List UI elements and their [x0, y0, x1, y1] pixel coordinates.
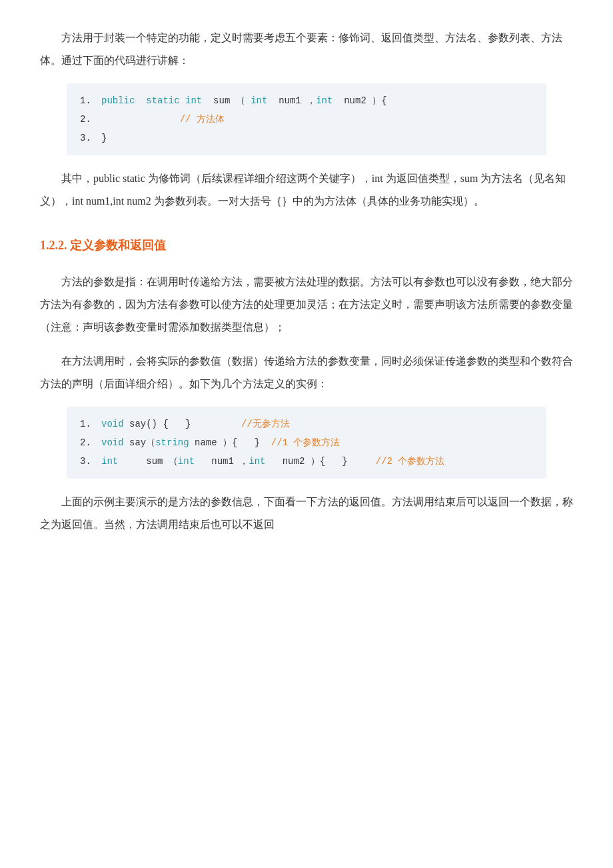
kw-int-b2: int	[101, 452, 118, 471]
kw-int-2: int	[251, 91, 267, 110]
sp-b2-6: num2 ）{ }	[266, 452, 376, 471]
method-name: sum	[213, 91, 230, 110]
section-paragraph-1: 方法的参数是指：在调用时传递给方法，需要被方法处理的数据。方法可以有参数也可以没…	[40, 271, 573, 338]
kw-int-b2-3: int	[249, 452, 265, 471]
sp-b2-1: say	[124, 415, 147, 433]
code-block-2: 1. void say () { } //无参方法 2. void say（ s…	[67, 407, 546, 479]
page-container: 方法用于封装一个特定的功能，定义时需要考虑五个要素：修饰词、返回值类型、方法名、…	[0, 0, 613, 575]
sp6: ，	[301, 91, 316, 110]
param-num1: num1	[279, 91, 301, 110]
intro-paragraph-1: 方法用于封装一个特定的功能，定义时需要考虑五个要素：修饰词、返回值类型、方法名、…	[40, 27, 573, 71]
kw-public: public	[101, 91, 135, 110]
closing-brace-1: }	[101, 129, 107, 147]
kw-int-3: int	[316, 91, 332, 110]
code-line-2: 2. // 方法体	[80, 110, 533, 129]
line-number-b2-2: 2.	[80, 433, 96, 452]
comment-method-body: // 方法体	[180, 110, 225, 129]
intro-paragraph-2: 其中，public static 为修饰词（后续课程详细介绍这两个关键字），in…	[40, 167, 573, 212]
comment-2-param: //2 个参数方法	[376, 452, 445, 471]
kw-static: static	[146, 91, 179, 110]
line-number-2: 2.	[80, 110, 96, 129]
section-title: 1.2.2. 定义参数和返回值	[40, 233, 573, 257]
section-paragraph-3: 上面的示例主要演示的是方法的参数信息，下面看一下方法的返回值。方法调用结束后可以…	[40, 491, 573, 535]
indent	[101, 110, 180, 129]
kw-int-b2-2: int	[178, 452, 195, 471]
line-number-b2-1: 1.	[80, 415, 96, 433]
param-num2: num2	[344, 91, 366, 110]
sp4: （	[230, 91, 251, 110]
sp3	[202, 91, 213, 110]
kw-int-1: int	[185, 91, 202, 110]
code-line-b2-3: 3. int sum （ int num1 ， int num2 ）{ } //…	[80, 452, 533, 471]
kw-string: string	[155, 433, 189, 452]
sp7	[332, 91, 344, 110]
section-paragraph-2: 在方法调用时，会将实际的参数值（数据）传递给方法的参数变量，同时必须保证传递参数…	[40, 350, 573, 395]
line-number-3: 3.	[80, 129, 96, 147]
sp-b2-2: say（	[124, 433, 156, 452]
parens-1: () { }	[146, 415, 241, 433]
sp2	[180, 91, 185, 110]
code-line-b2-2: 2. void say（ string name ）{ } //1 个参数方法	[80, 433, 533, 452]
sp8: ）{	[366, 91, 387, 110]
code-line-3: 3. }	[80, 129, 533, 147]
code-block-1: 1. public static int sum （ int num1 ， in…	[67, 83, 546, 155]
sp-b2-3: name ）{ }	[189, 433, 271, 452]
comment-1-param: //1 个参数方法	[271, 433, 340, 452]
sp-b2-4: sum （	[118, 452, 178, 471]
line-number-1: 1.	[80, 91, 96, 110]
line-number-b2-3: 3.	[80, 452, 96, 471]
sp1	[135, 91, 146, 110]
kw-void-2: void	[101, 433, 124, 452]
code-line-b2-1: 1. void say () { } //无参方法	[80, 415, 533, 433]
comment-no-param: //无参方法	[241, 415, 290, 433]
sp-b2-5: num1 ，	[195, 452, 249, 471]
sp5	[267, 91, 279, 110]
code-line-1: 1. public static int sum （ int num1 ， in…	[80, 91, 533, 110]
kw-void-1: void	[101, 415, 124, 433]
